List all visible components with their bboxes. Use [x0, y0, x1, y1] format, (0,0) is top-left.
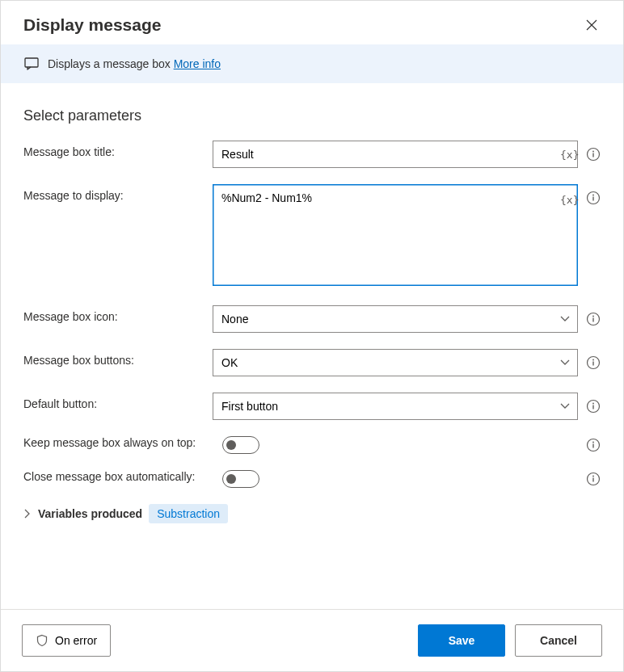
svg-point-2 — [592, 151, 594, 153]
keep-on-top-toggle[interactable] — [222, 436, 259, 454]
param-close-automatically: Close message box automatically: — [23, 470, 601, 488]
svg-rect-0 — [25, 58, 38, 67]
parameters-panel: Select parameters Message box title: {x}… — [1, 83, 623, 609]
info-icon[interactable] — [586, 147, 601, 162]
message-box-icon — [23, 56, 40, 72]
variables-produced-label: Variables produced — [38, 507, 142, 520]
param-keep-on-top: Keep message box always on top: — [23, 436, 601, 454]
cancel-button[interactable]: Cancel — [515, 624, 602, 657]
svg-point-11 — [592, 359, 594, 361]
message-box-buttons-select[interactable]: OK — [213, 349, 578, 376]
default-button-select[interactable]: First button — [213, 393, 578, 420]
info-description: Displays a message box — [48, 57, 171, 70]
message-to-display-input[interactable] — [213, 184, 578, 286]
svg-point-8 — [592, 316, 594, 317]
param-message-box-icon: Message box icon: None — [23, 305, 601, 333]
insert-variable-button[interactable]: {x} — [555, 191, 573, 208]
param-label: Close message box automatically: — [23, 470, 222, 483]
info-icon[interactable] — [586, 438, 601, 452]
info-bar: Displays a message box More info — [1, 44, 623, 83]
param-default-button: Default button: First button — [23, 393, 601, 420]
svg-point-20 — [592, 476, 594, 477]
close-icon — [586, 19, 597, 31]
info-text: Displays a message box More info — [48, 57, 221, 70]
svg-point-5 — [592, 195, 594, 196]
svg-rect-3 — [592, 153, 593, 158]
param-message-box-buttons: Message box buttons: OK — [23, 349, 601, 376]
on-error-button[interactable]: On error — [22, 624, 111, 657]
dialog-header: Display message — [1, 1, 623, 44]
more-info-link[interactable]: More info — [174, 57, 221, 70]
param-label: Keep message box always on top: — [23, 436, 222, 449]
on-error-label: On error — [55, 634, 97, 647]
param-label: Message to display: — [23, 184, 213, 202]
svg-rect-15 — [592, 405, 593, 410]
svg-point-14 — [592, 403, 594, 405]
param-label: Default button: — [23, 393, 213, 410]
param-message-to-display: Message to display: {x} — [23, 184, 601, 289]
dialog-footer: On error Save Cancel — [1, 609, 623, 671]
dialog-title: Display message — [23, 15, 161, 35]
param-message-box-title: Message box title: {x} — [23, 141, 601, 168]
save-button[interactable]: Save — [418, 624, 505, 657]
svg-rect-9 — [592, 318, 593, 322]
info-icon[interactable] — [586, 399, 601, 414]
close-button[interactable] — [583, 16, 601, 34]
info-icon[interactable] — [586, 191, 601, 205]
close-automatically-toggle[interactable] — [222, 470, 259, 488]
param-label: Message box buttons: — [23, 349, 213, 367]
insert-variable-button[interactable]: {x} — [555, 145, 573, 163]
param-label: Message box title: — [23, 141, 213, 158]
variables-produced-row: Variables produced Substraction — [23, 504, 601, 523]
svg-rect-12 — [592, 362, 593, 366]
chevron-right-icon[interactable] — [23, 509, 32, 519]
shield-icon — [36, 634, 48, 647]
svg-rect-6 — [592, 197, 593, 201]
toggle-thumb — [226, 474, 236, 484]
message-box-icon-select[interactable]: None — [213, 305, 578, 333]
message-box-title-input[interactable] — [213, 141, 578, 168]
svg-rect-21 — [592, 478, 593, 482]
svg-point-17 — [592, 442, 594, 443]
info-icon[interactable] — [586, 312, 601, 326]
variable-pill[interactable]: Substraction — [149, 504, 228, 523]
svg-rect-18 — [592, 444, 593, 448]
toggle-thumb — [226, 440, 236, 450]
param-label: Message box icon: — [23, 305, 213, 323]
info-icon[interactable] — [586, 355, 601, 370]
section-title: Select parameters — [23, 107, 601, 124]
info-icon[interactable] — [586, 472, 601, 486]
